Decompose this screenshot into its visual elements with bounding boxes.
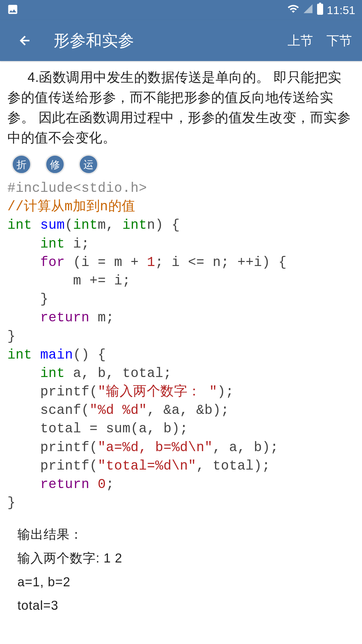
code-comment: //计算从m加到n的值 xyxy=(7,199,135,214)
code-kw: int xyxy=(7,218,32,233)
output-line: 输入两个数字: 1 2 xyxy=(17,547,355,569)
battery-charging-icon xyxy=(317,3,323,17)
status-bar: 11:51 xyxy=(0,0,362,20)
output-line: a=1, b=2 xyxy=(17,571,355,593)
signal-icon xyxy=(303,3,313,17)
next-section-button[interactable]: 下节 xyxy=(326,32,352,49)
arrow-left-icon xyxy=(18,33,33,48)
wifi-icon xyxy=(287,3,299,17)
code-include: #include<stdio.h> xyxy=(7,181,147,196)
code-fn: sum xyxy=(40,218,65,233)
output-block: 输出结果： 输入两个数字: 1 2 a=1, b=2 total=3 xyxy=(17,524,355,616)
image-icon xyxy=(7,3,19,17)
status-time: 11:51 xyxy=(327,4,355,17)
app-bar: 形参和实参 上节 下节 xyxy=(0,20,362,61)
code-action-row: 折 修 运 xyxy=(11,154,355,174)
output-line: total=3 xyxy=(17,595,355,616)
back-button[interactable] xyxy=(17,32,34,49)
output-label: 输出结果： xyxy=(17,524,355,545)
status-left xyxy=(7,3,19,17)
content-area: 4.函数调用中发生的数据传送是单向的。 即只能把实参的值传送给形参，而不能把形参… xyxy=(0,61,362,625)
code-block: #include<stdio.h> //计算从m加到n的值 int sum(in… xyxy=(7,179,355,512)
run-button[interactable]: 运 xyxy=(78,154,99,174)
page-title: 形参和实参 xyxy=(54,30,274,51)
explanation-paragraph: 4.函数调用中发生的数据传送是单向的。 即只能把实参的值传送给形参，而不能把形参… xyxy=(7,67,355,148)
fold-button[interactable]: 折 xyxy=(11,154,32,174)
prev-section-button[interactable]: 上节 xyxy=(288,32,313,49)
status-right: 11:51 xyxy=(287,3,355,17)
edit-button[interactable]: 修 xyxy=(45,154,65,174)
